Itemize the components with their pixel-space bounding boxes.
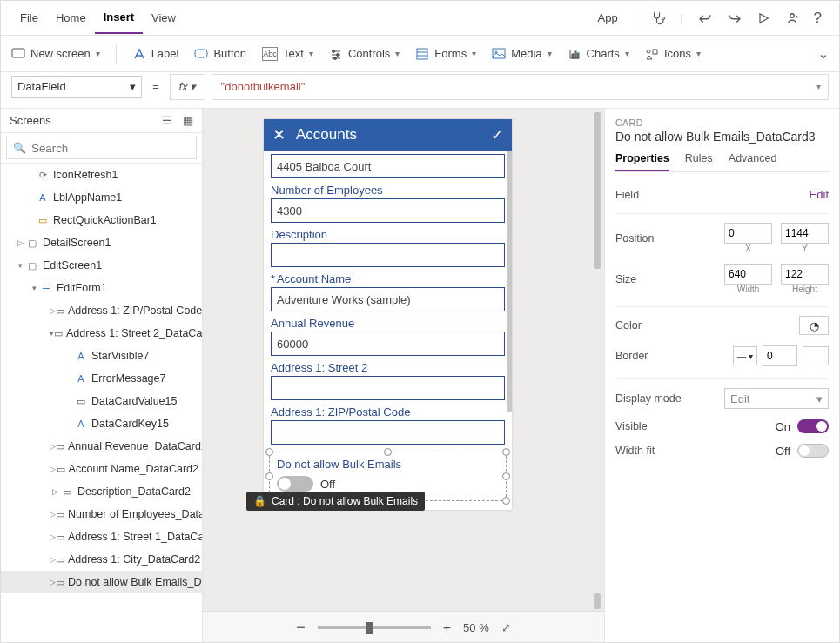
share-icon[interactable]: [777, 3, 807, 33]
play-icon[interactable]: [749, 4, 777, 32]
screen-icon: ▢: [25, 259, 39, 271]
tree-item-desc[interactable]: ▷▭Description_DataCard2: [1, 480, 202, 503]
card-icon: ▭: [57, 463, 65, 475]
collapse-ribbon[interactable]: ⌄: [818, 47, 829, 61]
svg-rect-15: [653, 50, 657, 54]
fullscreen-icon[interactable]: ⤢: [501, 621, 511, 634]
svg-point-6: [336, 53, 339, 56]
menu-bar: File Home Insert View App | | ?: [1, 1, 839, 36]
redo-icon[interactable]: [720, 3, 749, 33]
tree-item-editform[interactable]: ▾☰EditForm1: [1, 277, 202, 299]
border-color-picker[interactable]: [803, 346, 829, 365]
button-button[interactable]: Button: [194, 47, 246, 61]
label-icon: A: [74, 350, 88, 362]
svg-marker-1: [760, 13, 768, 23]
acct-label: *Account Name: [271, 272, 505, 285]
screen-icon: [11, 47, 25, 61]
menu-home[interactable]: Home: [47, 3, 95, 33]
locked-card-tooltip: 🔒 Card : Do not allow Bulk Emails: [246, 492, 425, 511]
street2-input[interactable]: [271, 376, 505, 400]
visible-toggle[interactable]: [797, 419, 829, 433]
screens-panel: Screens ☰ ▦ 🔍 ⟳IconRefresh1 ALblAppName1…: [1, 109, 203, 643]
border-style-picker[interactable]: — ▾: [733, 346, 757, 365]
menu-app[interactable]: App: [589, 3, 627, 33]
fx-button[interactable]: fx▾: [170, 74, 205, 100]
acct-input[interactable]: Adventure Works (sample): [271, 287, 505, 311]
tree-item-street1[interactable]: ▷▭Address 1: Street 1_DataCar: [1, 526, 202, 548]
desc-label: Description: [271, 228, 505, 241]
desc-input[interactable]: [271, 243, 505, 267]
menu-view[interactable]: View: [143, 3, 185, 33]
label-button[interactable]: Label: [132, 47, 179, 61]
new-screen-button[interactable]: New screen▾: [11, 47, 100, 61]
forms-dropdown[interactable]: Forms▾: [415, 47, 476, 61]
card-icon: ▭: [56, 576, 64, 588]
zoom-in-button[interactable]: +: [443, 620, 451, 636]
media-dropdown[interactable]: Media▾: [492, 47, 551, 61]
tree-item-rectquick[interactable]: ▭RectQuickActionBar1: [1, 209, 202, 231]
phone-preview[interactable]: ✕ Accounts ✓ 4405 Balboa Court Number of…: [264, 119, 512, 510]
card-icon: ▭: [56, 553, 64, 566]
tree-item-annual[interactable]: ▷▭Annual Revenue_DataCard2: [1, 435, 202, 458]
tree-item-numemp[interactable]: ▷▭Number of Employees_Data: [1, 503, 202, 526]
icons-dropdown[interactable]: Icons▾: [645, 47, 701, 61]
tree-view[interactable]: ⟳IconRefresh1 ALblAppName1 ▭RectQuickAct…: [1, 164, 202, 643]
tab-advanced[interactable]: Advanced: [729, 152, 777, 171]
color-picker[interactable]: ◔: [799, 316, 829, 335]
controls-dropdown[interactable]: Controls▾: [329, 47, 400, 61]
zoom-slider[interactable]: [318, 626, 431, 629]
search-input[interactable]: [6, 137, 197, 159]
zip-input[interactable]: [271, 420, 505, 445]
donot-toggle[interactable]: Off: [277, 476, 499, 492]
canvas-scrollbar[interactable]: [594, 112, 601, 609]
tree-item-dcval[interactable]: ▭DataCardValue15: [1, 390, 202, 412]
tree-item-lblappname[interactable]: ALblAppName1: [1, 186, 202, 209]
border-width-input[interactable]: [763, 345, 797, 366]
widthfit-label: Width fit: [615, 445, 655, 457]
tree-item-errormsg[interactable]: AErrorMessage7: [1, 367, 202, 390]
street1-input[interactable]: 4405 Balboa Court: [271, 154, 505, 178]
text-dropdown[interactable]: Abc Text▾: [262, 47, 313, 61]
tree-item-iconrefresh[interactable]: ⟳IconRefresh1: [1, 164, 202, 186]
phone-scrollbar[interactable]: [507, 151, 512, 412]
tree-item-detailscreen[interactable]: ▷▢DetailScreen1: [1, 231, 202, 254]
card-name: Do not allow Bulk Emails_DataCard3: [615, 130, 829, 144]
tree-item-starvisible[interactable]: AStarVisible7: [1, 345, 202, 367]
position-x-input[interactable]: [724, 223, 772, 244]
formula-expand-icon[interactable]: ▾: [816, 82, 821, 91]
close-icon[interactable]: ✕: [272, 125, 286, 144]
tree-item-acctname[interactable]: ▷▭Account Name_DataCard2: [1, 458, 202, 480]
zip-label: Address 1: ZIP/Postal Code: [271, 405, 505, 419]
menu-file[interactable]: File: [11, 3, 47, 33]
menu-insert[interactable]: Insert: [95, 2, 143, 34]
formula-input[interactable]: "donotbulkemail" ▾: [212, 74, 829, 100]
thumbnail-view-icon[interactable]: ▦: [183, 114, 193, 127]
tree-item-editscreen[interactable]: ▾▢EditScreen1: [1, 254, 202, 277]
tree-view-icon[interactable]: ☰: [162, 114, 172, 127]
property-selector[interactable]: DataField▾: [11, 76, 142, 98]
tree-item-dckey[interactable]: ADataCardKey15: [1, 412, 202, 435]
size-height-input[interactable]: [781, 264, 829, 285]
charts-dropdown[interactable]: Charts▾: [568, 47, 629, 61]
canvas[interactable]: ✕ Accounts ✓ 4405 Balboa Court Number of…: [203, 109, 604, 643]
stethoscope-icon[interactable]: [643, 3, 673, 33]
zoom-out-button[interactable]: −: [296, 619, 306, 637]
help-icon[interactable]: ?: [807, 3, 829, 34]
undo-icon[interactable]: [690, 3, 720, 33]
widthfit-toggle[interactable]: [797, 444, 829, 458]
tree-item-city[interactable]: ▷▭Address 1: City_DataCard2: [1, 548, 202, 571]
tree-item-zip[interactable]: ▷▭Address 1: ZIP/Postal Code_: [1, 299, 202, 322]
display-mode-select[interactable]: Edit▾: [724, 388, 829, 409]
position-y-input[interactable]: [781, 223, 829, 244]
tab-properties[interactable]: Properties: [615, 152, 669, 171]
check-icon[interactable]: ✓: [491, 126, 503, 144]
numemp-input[interactable]: 4300: [271, 198, 505, 223]
tree-item-donot[interactable]: ▷▭Do not allow Bulk Emails_D: [1, 571, 202, 593]
size-width-input[interactable]: [724, 264, 772, 285]
annual-input[interactable]: 60000: [271, 332, 505, 356]
card-icon: ▭: [54, 327, 63, 339]
form-icon: ☰: [39, 282, 53, 294]
tree-item-street2[interactable]: ▾▭Address 1: Street 2_DataCar: [1, 322, 202, 345]
tab-rules[interactable]: Rules: [685, 152, 713, 171]
field-edit-link[interactable]: Edit: [810, 188, 829, 201]
